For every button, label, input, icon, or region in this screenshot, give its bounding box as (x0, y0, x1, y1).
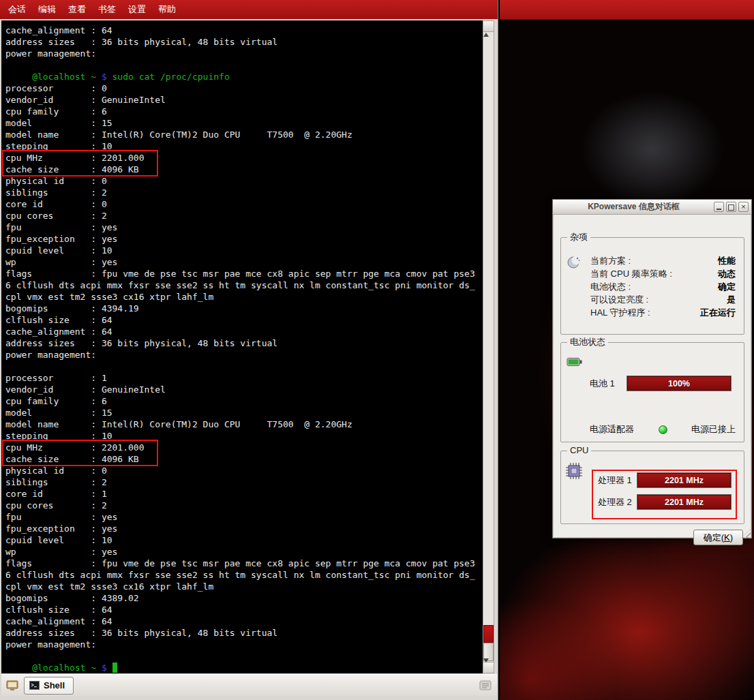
misc-rows: 当前方案 :性能当前 CPU 频率策略 :动态电池状态 :确定可以设定亮度 :是… (590, 254, 736, 319)
dialog-titlebar[interactable]: KPowersave 信息对话框 × (553, 200, 751, 215)
terminal-line: wp : yes (5, 256, 483, 268)
terminal-line: processor : 0 (5, 82, 483, 94)
menu-settings[interactable]: 设置 (122, 0, 152, 19)
terminal-line: flags : fpu vme de pse tsc msr pae mce c… (5, 268, 483, 279)
ac-adapter-led-icon (659, 425, 667, 434)
terminal-line: stepping : 10 (5, 430, 483, 442)
terminal-window: 会话编辑查看书签设置帮助 cache_alignment : 64address… (0, 0, 498, 700)
terminal-line: cpl vmx est tm2 ssse3 cx16 xtpr lahf_lm (5, 581, 483, 592)
ok-button-text-suffix: ) (730, 532, 733, 543)
terminal-line: fpu : yes (5, 511, 483, 523)
terminal-line: model name : Intel(R) Core(TM)2 Duo CPU … (5, 129, 483, 140)
tab-shell[interactable]: Shell (24, 677, 74, 695)
terminal-line: address sizes : 36 bits physical, 48 bit… (5, 337, 483, 349)
scroll-up-button[interactable] (483, 21, 494, 32)
terminal-line: siblings : 2 (5, 187, 483, 198)
terminal-line: fpu_exception : yes (5, 523, 483, 534)
adapter-row: 电源适配器 电源已接上 (590, 423, 736, 436)
terminal-line: fpu : yes (5, 222, 483, 233)
cpu-frequency-bar: 2201 MHz (637, 494, 732, 510)
cpu-icon (565, 462, 583, 482)
terminal-line: cache size : 4096 KB (5, 453, 483, 465)
terminal-line: cpu cores : 2 (5, 500, 483, 511)
terminal-line: model name : Intel(R) Core(TM)2 Duo CPU … (5, 419, 483, 430)
terminal-line: cpu cores : 2 (5, 210, 483, 222)
terminal-line: cpu MHz : 2201.000 (5, 442, 483, 453)
misc-label: 电池状态 : (590, 281, 631, 293)
dialog-title: KPowersave 信息对话框 (556, 201, 712, 213)
terminal-line: address sizes : 36 bits physical, 48 bit… (5, 627, 483, 639)
terminal-scrollbar[interactable] (483, 20, 494, 673)
terminal-line: model : 15 (5, 407, 483, 419)
terminal-line: power management: (5, 48, 483, 59)
minimize-button[interactable] (714, 202, 724, 212)
terminal-line: siblings : 2 (5, 476, 483, 488)
terminal-line: cache_alignment : 64 (5, 25, 483, 36)
terminal-line: flags : fpu vme de pse tsc msr pae mce c… (5, 558, 483, 569)
misc-label: HAL 守护程序 : (590, 307, 650, 319)
cpu-rows: 处理器 12201 MHz处理器 22201 MHz (598, 472, 732, 516)
terminal-line (5, 361, 483, 372)
terminal-line: cpl vmx est tm2 ssse3 cx16 xtpr lahf_lm (5, 291, 483, 303)
terminal-line: power management: (5, 349, 483, 361)
terminal-line: processor : 1 (5, 372, 483, 384)
battery-groupbox-title: 电池状态 (567, 337, 608, 348)
cpu-frequency-bar: 2201 MHz (637, 472, 732, 488)
menu-help[interactable]: 帮助 (152, 0, 182, 19)
close-button[interactable]: × (738, 202, 749, 212)
misc-value: 性能 (718, 255, 736, 267)
terminal-icon (29, 680, 40, 690)
battery-icon (567, 356, 583, 369)
maximize-button[interactable] (726, 202, 736, 212)
terminal-line: cache_alignment : 64 (5, 615, 483, 627)
terminal-line: address sizes : 36 bits physical, 48 bit… (5, 36, 483, 48)
scroll-down-button[interactable] (483, 662, 494, 673)
background-window-titlebar[interactable] (500, 0, 754, 20)
menu-session[interactable]: 会话 (2, 0, 32, 19)
misc-value: 正在运行 (700, 307, 736, 319)
terminal-line: vendor_id : GenuineIntel (5, 384, 483, 395)
terminal-line: core id : 0 (5, 198, 483, 210)
cpu-label: 处理器 2 (598, 496, 634, 508)
misc-label: 当前方案 : (590, 255, 631, 267)
misc-groupbox: 杂项 当前方案 :性能当前 CPU 频率策略 :动态电池状态 :确定可以设定亮度… (560, 237, 744, 335)
menu-bookmarks[interactable]: 书签 (92, 0, 122, 19)
terminal-line: stepping : 10 (5, 140, 483, 152)
tab-list-icon (479, 680, 492, 692)
cpu-label: 处理器 1 (598, 474, 634, 487)
terminal-line: @localhost ~ $ (5, 662, 483, 673)
terminal-line: bogomips : 4394.19 (5, 303, 483, 314)
cpu-frequency-bar-fill: 2201 MHz (637, 473, 731, 487)
tab-list-button[interactable] (479, 680, 492, 692)
cpu-frequency-value: 2201 MHz (665, 498, 704, 507)
ok-button-accel: K (724, 532, 730, 543)
terminal-line: model : 15 (5, 117, 483, 129)
arrow-up-icon (483, 21, 489, 37)
misc-value: 确定 (718, 281, 736, 293)
terminal-line: power management: (5, 639, 483, 650)
terminal-line: clflush size : 64 (5, 604, 483, 615)
terminal-line: cache size : 4096 KB (5, 164, 483, 175)
terminal-line: physical id : 0 (5, 465, 483, 476)
terminal-line: cpuid level : 10 (5, 245, 483, 256)
battery-label: 电池 1 (590, 378, 621, 390)
terminal-line (5, 59, 483, 71)
terminal-line: physical id : 0 (5, 175, 483, 187)
ok-button[interactable]: 确定(K) (693, 530, 743, 545)
terminal-line: 6 clflush dts acpi mmx fxsr sse sse2 ss … (5, 569, 483, 581)
dialog-button-row: 确定(K) (693, 530, 743, 545)
new-session-icon (5, 679, 19, 693)
kpowersave-dialog: KPowersave 信息对话框 × 杂项 当前方案 :性能当前 CPU 频率策… (552, 199, 752, 538)
misc-row: 当前 CPU 频率策略 :动态 (590, 267, 736, 280)
menu-edit[interactable]: 编辑 (32, 0, 62, 19)
cpu-row: 处理器 22201 MHz (598, 494, 732, 510)
terminal-screen[interactable]: cache_alignment : 64address sizes : 36 b… (1, 20, 483, 673)
menu-view[interactable]: 查看 (62, 0, 92, 19)
adapter-label: 电源适配器 (590, 423, 634, 436)
arrow-down-icon (483, 658, 489, 674)
dialog-body: 杂项 当前方案 :性能当前 CPU 频率策略 :动态电池状态 :确定可以设定亮度… (553, 215, 751, 539)
terminal-line: cpu MHz : 2201.000 (5, 152, 483, 164)
battery-progressbar: 100% (627, 376, 732, 391)
cpu-groupbox-title: CPU (567, 445, 591, 456)
new-session-button[interactable] (4, 678, 20, 694)
